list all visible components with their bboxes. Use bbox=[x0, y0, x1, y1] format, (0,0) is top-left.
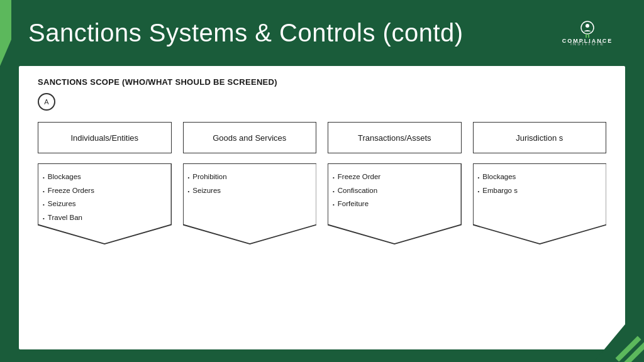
logo-area: COMPLIANCE INSTITUTE bbox=[550, 20, 625, 46]
box-individuals: Individuals/Entities bbox=[38, 122, 172, 153]
boxes-row: Individuals/Entities Goods and Services … bbox=[38, 122, 606, 153]
svg-point-1 bbox=[586, 24, 589, 28]
pentagon-1-content: •Blockages •Freeze Orders •Seizures •Tra… bbox=[38, 163, 172, 244]
header: Sanctions Systems & Controls (contd) COM… bbox=[0, 0, 644, 66]
content-area: SANCTIONS SCOPE (WHO/WHAT SHOULD BE SCRE… bbox=[19, 66, 625, 349]
logo-subtext: INSTITUTE bbox=[570, 41, 604, 46]
pentagon-1: •Blockages •Freeze Orders •Seizures •Tra… bbox=[38, 163, 172, 245]
pentagon-3-content: •Freeze Order •Confiscation •Forfeiture bbox=[328, 163, 462, 231]
pentagons-row: •Blockages •Freeze Orders •Seizures •Tra… bbox=[38, 163, 606, 245]
pentagon-2: •Prohibition •Seizures bbox=[183, 163, 317, 245]
box-transactions: Transactions/Assets bbox=[328, 122, 462, 153]
box-jurisdiction: Jurisdiction s bbox=[473, 122, 607, 153]
pentagon-4: •Blockages •Embargo s bbox=[473, 163, 607, 245]
box-goods: Goods and Services bbox=[183, 122, 317, 153]
circle-a-label: A bbox=[38, 93, 55, 111]
pentagon-3: •Freeze Order •Confiscation •Forfeiture bbox=[328, 163, 462, 245]
pentagon-4-content: •Blockages •Embargo s bbox=[473, 163, 607, 217]
slide-title: Sanctions Systems & Controls (contd) bbox=[28, 19, 464, 47]
scope-title: SANCTIONS SCOPE (WHO/WHAT SHOULD BE SCRE… bbox=[38, 77, 606, 87]
bottom-decoration bbox=[569, 324, 644, 362]
slide: Sanctions Systems & Controls (contd) COM… bbox=[0, 0, 644, 362]
pentagon-2-content: •Prohibition •Seizures bbox=[183, 163, 317, 217]
